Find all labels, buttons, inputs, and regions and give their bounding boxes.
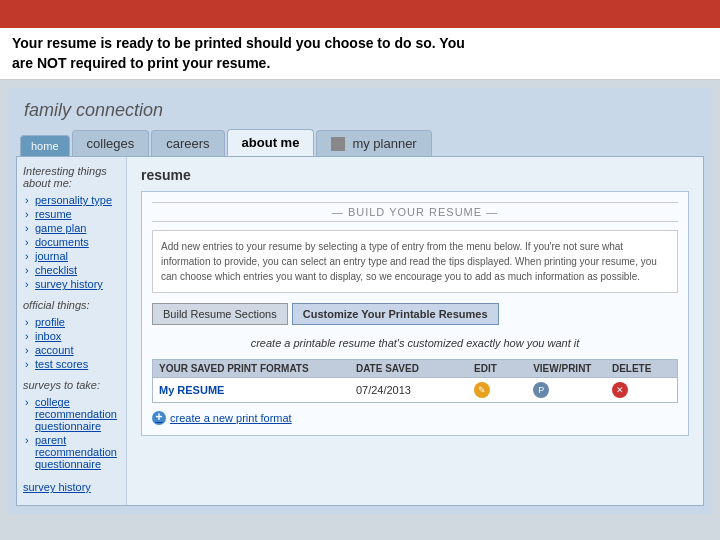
create-new-label: create a new print format [170, 412, 292, 424]
sidebar-link-personality[interactable]: personality type [23, 193, 120, 207]
alert-text-line2: are NOT required to print your resume. [12, 55, 270, 71]
sidebar-link-game-plan[interactable]: game plan [23, 221, 120, 235]
sidebar-surveys-title: surveys to take: [23, 379, 120, 391]
alert-text-line1: Your resume is ready to be printed shoul… [12, 35, 465, 51]
print-icon[interactable]: P [533, 382, 549, 398]
tab-my-planner[interactable]: my planner [316, 130, 431, 156]
main-content: resume — BUILD YOUR RESUME — Add new ent… [127, 157, 703, 505]
row-date: 07/24/2013 [356, 384, 474, 396]
sidebar-link-profile[interactable]: profile [23, 315, 120, 329]
family-connection-title: family connection [16, 96, 704, 129]
resume-description: Add new entries to your resume by select… [152, 230, 678, 293]
sidebar-survey-history-bottom[interactable]: survey history [23, 481, 120, 493]
section-title: resume [141, 167, 689, 183]
sidebar-link-parent-rec[interactable]: parent recommendation questionnaire [23, 433, 120, 471]
sidebar-link-resume[interactable]: resume [23, 207, 120, 221]
sidebar-interesting-title: Interesting things about me: [23, 165, 120, 189]
sidebar-official-title: official things: [23, 299, 120, 311]
col-delete: DELETE [612, 363, 671, 374]
resume-box: — BUILD YOUR RESUME — Add new entries to… [141, 191, 689, 436]
sidebar-link-test-scores[interactable]: test scores [23, 357, 120, 371]
create-new-link[interactable]: + create a new print format [152, 411, 678, 425]
row-name[interactable]: My RESUME [159, 384, 356, 396]
sidebar-link-journal[interactable]: journal [23, 249, 120, 263]
content-area: Interesting things about me: personality… [16, 156, 704, 506]
resume-buttons: Build Resume Sections Customize Your Pri… [152, 303, 678, 325]
customize-resumes-button[interactable]: Customize Your Printable Resumes [292, 303, 499, 325]
row-edit[interactable]: ✎ [474, 382, 533, 398]
build-resume-sections-button[interactable]: Build Resume Sections [152, 303, 288, 325]
col-name: YOUR SAVED PRINT FORMATS [159, 363, 356, 374]
alert-bar: Your resume is ready to be printed shoul… [0, 28, 720, 80]
tab-colleges[interactable]: colleges [72, 130, 150, 156]
sidebar-link-documents[interactable]: documents [23, 235, 120, 249]
sidebar-link-inbox[interactable]: inbox [23, 329, 120, 343]
tab-careers[interactable]: careers [151, 130, 224, 156]
sidebar-link-checklist[interactable]: checklist [23, 263, 120, 277]
plus-icon: + [152, 411, 166, 425]
tab-about-me[interactable]: about me [227, 129, 315, 156]
tab-home[interactable]: home [20, 135, 70, 156]
delete-icon[interactable]: ✕ [612, 382, 628, 398]
table-row: My RESUME 07/24/2013 ✎ P ✕ [152, 377, 678, 403]
sidebar: Interesting things about me: personality… [17, 157, 127, 505]
col-view-print: VIEW/PRINT [533, 363, 612, 374]
planner-icon [331, 137, 345, 151]
customize-description: create a printable resume that's customi… [152, 337, 678, 349]
row-view-print[interactable]: P [533, 382, 612, 398]
sidebar-link-college-rec[interactable]: college recommendation questionnaire [23, 395, 120, 433]
sidebar-link-survey-history[interactable]: survey history [23, 277, 120, 291]
row-delete[interactable]: ✕ [612, 382, 671, 398]
nav-tabs: home colleges careers about me my planne… [16, 129, 704, 156]
sidebar-link-account[interactable]: account [23, 343, 120, 357]
col-date: DATE SAVED [356, 363, 474, 374]
build-resume-header: — BUILD YOUR RESUME — [152, 202, 678, 222]
top-banner [0, 0, 720, 28]
table-header: YOUR SAVED PRINT FORMATS DATE SAVED EDIT… [152, 359, 678, 377]
col-edit: EDIT [474, 363, 533, 374]
main-container: family connection home colleges careers … [8, 88, 712, 514]
edit-icon[interactable]: ✎ [474, 382, 490, 398]
